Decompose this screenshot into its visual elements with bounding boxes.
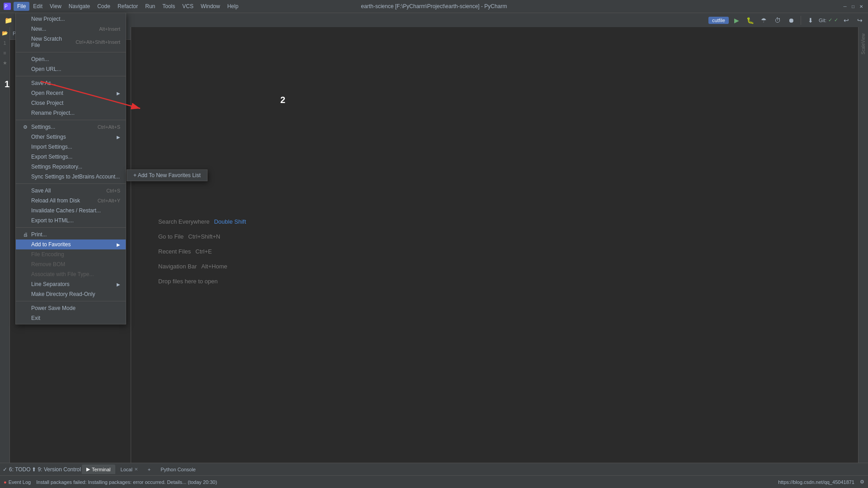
menu-item-settings-repo[interactable]: Settings Repository... [16, 162, 126, 172]
menu-divider-3 [16, 120, 126, 120]
menu-vcs[interactable]: VCS [179, 2, 197, 11]
version-control-tab[interactable]: ⬆ 9: Version Control [32, 466, 81, 473]
open-url-label: Open URL... [31, 66, 120, 72]
toolbar-vcs-update-btn[interactable]: ⬇ [805, 15, 816, 26]
print-label: Print... [31, 231, 120, 238]
menu-item-save-all[interactable]: Save All Ctrl+S [16, 186, 126, 196]
power-save-label: Power Save Mode [31, 305, 120, 311]
add-to-new-favorites-item[interactable]: + Add To New Favorites List [127, 170, 207, 181]
event-log-status[interactable]: ● Event Log [4, 479, 31, 485]
menu-item-export-html[interactable]: Export to HTML... [16, 216, 126, 225]
menu-run[interactable]: Run [142, 2, 159, 11]
window-title: earth-science [F:\PyCharm\Project\earth-… [361, 3, 507, 9]
minimize-button[interactable]: ─ [842, 3, 848, 9]
left-icon-fav[interactable]: ★ [1, 59, 9, 67]
scaleview-label: ScaleView [859, 32, 868, 56]
favorites-submenu: + Add To New Favorites List [127, 169, 208, 181]
new-scratch-shortcut: Ctrl+Alt+Shift+Insert [75, 39, 120, 45]
navigation-bar-key: Alt+Home [201, 263, 227, 270]
shortcut-recent-files: Recent Files Ctrl+E [158, 248, 212, 255]
menu-item-import-settings[interactable]: Import Settings... [16, 142, 126, 152]
menu-item-sync-settings[interactable]: Sync Settings to JetBrains Account... [16, 172, 126, 182]
menu-item-print[interactable]: 🖨 Print... [16, 230, 126, 239]
toolbar-right: cutfile ▶ 🐛 ☂ ⏱ ⏺ ⬇ Git: ✓ ✓ ↩ ↪ [708, 15, 865, 26]
menu-item-open-recent[interactable]: Open Recent ▶ [16, 88, 126, 98]
menu-navigate[interactable]: Navigate [65, 2, 94, 11]
status-url: https://blog.csdn.net/qq_45041871 [778, 479, 854, 485]
menu-tools[interactable]: Tools [159, 2, 179, 11]
new-shortcut: Alt+Insert [99, 26, 120, 32]
menu-item-add-favorites[interactable]: Add to Favorites ▶ [16, 239, 126, 249]
local-tab-close[interactable]: ✕ [134, 467, 138, 472]
menu-item-rename-project[interactable]: Rename Project... [16, 108, 126, 118]
menu-divider-5 [16, 227, 126, 228]
rename-project-label: Rename Project... [31, 110, 120, 116]
app-icon: P [4, 3, 11, 10]
menu-section-7: Power Save Mode Exit [16, 302, 126, 324]
add-tab-btn[interactable]: + [143, 465, 155, 474]
menu-view[interactable]: View [46, 2, 65, 11]
left-icon-1[interactable]: 1 [1, 39, 9, 47]
exit-label: Exit [31, 315, 120, 321]
menu-item-open-url[interactable]: Open URL... [16, 64, 126, 74]
menu-item-new-project[interactable]: New Project... [16, 14, 126, 24]
toolbar-debug-btn[interactable]: 🐛 [745, 15, 756, 26]
cutfile-badge[interactable]: cutfile [708, 17, 729, 24]
menu-item-export-settings[interactable]: Export Settings... [16, 152, 126, 162]
menu-item-settings[interactable]: ⚙ Settings... Ctrl+Alt+S [16, 122, 126, 132]
left-icon-struct[interactable]: ≡ [1, 49, 9, 57]
menu-help[interactable]: Help [224, 2, 242, 11]
toolbar-redo-btn[interactable]: ↪ [854, 15, 865, 26]
shortcut-go-to-file: Go to File Ctrl+Shift+N [158, 233, 220, 240]
menu-item-power-save[interactable]: Power Save Mode [16, 303, 126, 313]
toolbar-open-btn[interactable]: 📁 [3, 15, 14, 26]
status-gear[interactable]: ⚙ [860, 479, 864, 485]
remove-bom-label: Remove BOM [31, 261, 120, 267]
toolbar-record-btn[interactable]: ⏺ [786, 15, 797, 26]
menu-item-make-dir-readonly[interactable]: Make Directory Read-Only [16, 289, 126, 299]
menu-item-reload-all[interactable]: Reload All from Disk Ctrl+Alt+Y [16, 196, 126, 206]
toolbar-undo-btn[interactable]: ↩ [841, 15, 852, 26]
navigation-bar-label: Navigation Bar [158, 263, 197, 270]
menu-refactor[interactable]: Refactor [114, 2, 142, 11]
menu-edit[interactable]: Edit [29, 2, 46, 11]
local-tab[interactable]: Local ✕ [116, 465, 142, 474]
menu-file[interactable]: File [14, 2, 29, 11]
menu-item-exit[interactable]: Exit [16, 313, 126, 323]
new-project-label: New Project... [31, 16, 120, 22]
toolbar-profile-btn[interactable]: ⏱ [772, 15, 783, 26]
menu-item-other-settings[interactable]: Other Settings ▶ [16, 132, 126, 142]
save-all-shortcut: Ctrl+S [106, 188, 120, 193]
menu-item-line-separators[interactable]: Line Separators ▶ [16, 279, 126, 289]
shortcut-search-everywhere: Search Everywhere Double Shift [158, 218, 246, 225]
other-settings-arrow: ▶ [117, 135, 120, 140]
menu-item-invalidate-caches[interactable]: Invalidate Caches / Restart... [16, 206, 126, 216]
add-favorites-label: Add to Favorites [31, 241, 115, 248]
terminal-tab[interactable]: ▶ Terminal [82, 465, 115, 474]
export-settings-label: Export Settings... [31, 154, 120, 160]
open-recent-arrow: ▶ [117, 91, 120, 96]
associate-file-type-label: Associate with File Type... [31, 271, 120, 277]
menu-item-open[interactable]: Open... [16, 54, 126, 64]
event-log-label: Event Log [9, 479, 31, 485]
status-error-msg: Install packages failed: Installing pack… [36, 479, 217, 485]
menu-item-new-scratch[interactable]: New Scratch File Ctrl+Alt+Shift+Insert [16, 34, 126, 50]
menu-code[interactable]: Code [94, 2, 114, 11]
toolbar-run-btn[interactable]: ▶ [731, 15, 742, 26]
menu-item-close-project[interactable]: Close Project [16, 98, 126, 108]
menu-item-remove-bom[interactable]: Remove BOM [16, 259, 126, 269]
menu-item-save-as[interactable]: Save As... [16, 78, 126, 88]
menu-item-file-encoding[interactable]: File Encoding [16, 249, 126, 259]
python-console-tab[interactable]: Python Console [156, 465, 200, 474]
menu-item-associate-file-type[interactable]: Associate with File Type... [16, 269, 126, 279]
left-icon-project[interactable]: 📂 [1, 29, 9, 37]
maximize-button[interactable]: □ [850, 3, 856, 9]
todo-tab[interactable]: ✓ 6: TODO [3, 466, 31, 473]
close-button[interactable]: ✕ [858, 3, 864, 9]
new-label: New... [31, 26, 90, 32]
add-favorites-arrow: ▶ [117, 242, 120, 247]
menu-item-new[interactable]: New... Alt+Insert [16, 24, 126, 34]
menu-window[interactable]: Window [197, 2, 224, 11]
toolbar-coverage-btn[interactable]: ☂ [759, 15, 769, 26]
error-dot: ● [4, 479, 7, 485]
